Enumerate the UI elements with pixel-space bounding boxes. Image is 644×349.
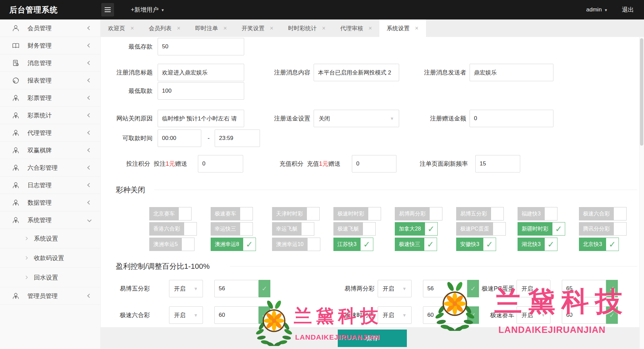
tab-member-list[interactable]: 会员列表× xyxy=(142,19,188,37)
lottery-toggle-jiangsu-k3[interactable]: 江苏快3✓ xyxy=(333,238,373,251)
admin-user-menu[interactable]: admin▼ xyxy=(586,0,608,20)
lottery-toggle-canada-28[interactable]: 加拿大28✓ xyxy=(395,222,438,236)
checkbox[interactable] xyxy=(184,222,197,236)
close-icon[interactable]: × xyxy=(322,25,326,32)
refresh-rate-input[interactable] xyxy=(475,155,520,172)
checkbox[interactable] xyxy=(302,222,314,236)
lottery-toggle-lucky-k3[interactable]: 幸运快三 xyxy=(211,222,253,236)
tab-welcome[interactable]: 欢迎页× xyxy=(101,19,142,37)
recharge-points-input[interactable] xyxy=(352,155,396,172)
site-close-reason-input[interactable] xyxy=(158,110,244,127)
checkbox[interactable] xyxy=(179,207,192,220)
profit-apply-button[interactable]: ✓ xyxy=(606,280,618,297)
reg-msg-title-input[interactable] xyxy=(158,64,244,81)
sidebar-subitem-system-settings[interactable]: 系统设置 xyxy=(0,229,100,248)
lottery-toggle-yibo-2fc[interactable]: 易博两分彩 xyxy=(395,207,442,220)
profit-apply-button[interactable]: ✓ xyxy=(606,306,618,324)
checkbox[interactable]: ✓ xyxy=(606,238,619,251)
logout-button[interactable]: 退出 xyxy=(622,0,634,19)
lottery-toggle-hubei-k3[interactable]: 湖北快3✓ xyxy=(518,238,557,251)
checkbox[interactable] xyxy=(614,207,627,220)
sidebar-item-log-mgmt[interactable]: 日志管理 xyxy=(0,177,100,194)
sidebar-toggle-button[interactable] xyxy=(101,3,114,16)
sidebar-item-lottery-stats[interactable]: 彩票统计 xyxy=(0,107,100,124)
lottery-toggle-hk-lhc[interactable]: 香港六合彩 xyxy=(149,222,197,236)
lottery-toggle-speed-ssc[interactable]: 极速时时彩 xyxy=(333,207,381,220)
sidebar-item-data-mgmt[interactable]: 数据管理 xyxy=(0,194,100,211)
tab-realtime-orders[interactable]: 即时注单× xyxy=(188,19,234,37)
profit-percent-input[interactable] xyxy=(423,306,467,324)
checkbox[interactable] xyxy=(240,207,253,220)
checkbox[interactable] xyxy=(307,207,320,220)
checkbox[interactable] xyxy=(368,207,381,220)
sidebar-item-liuhecai-mgmt[interactable]: 六合彩管理 xyxy=(0,159,100,177)
lottery-toggle-speed-racing[interactable]: 极速赛车 xyxy=(211,207,253,220)
reg-bonus-amount-input[interactable] xyxy=(470,110,553,127)
profit-percent-input[interactable] xyxy=(423,280,467,297)
profit-percent-input[interactable] xyxy=(214,280,259,297)
profit-status-select[interactable]: 开启▼ xyxy=(517,306,550,324)
lottery-toggle-tianjin-ssc[interactable]: 天津时时彩 xyxy=(272,207,320,220)
sidebar-subitem-rebate-settings[interactable]: 回水设置 xyxy=(0,268,100,287)
tab-agent-review[interactable]: 代理审核× xyxy=(333,19,380,37)
checkbox[interactable]: ✓ xyxy=(361,238,373,251)
lottery-toggle-anhui-k3[interactable]: 安徽快3✓ xyxy=(456,238,496,251)
checkbox[interactable] xyxy=(363,222,376,236)
lottery-toggle-fujian-k3[interactable]: 福建快3 xyxy=(518,207,557,220)
profit-status-select[interactable]: 开启▼ xyxy=(169,280,203,297)
checkbox[interactable] xyxy=(430,207,442,220)
sidebar-item-system-mgmt[interactable]: 系统管理 xyxy=(0,211,100,229)
lottery-toggle-speed-lhc[interactable]: 极速六合彩 xyxy=(579,207,627,220)
sidebar-item-admin-mgmt[interactable]: 管理员管理 xyxy=(0,287,100,305)
lottery-toggle-aus-lucky10[interactable]: 澳洲幸运10 xyxy=(272,238,320,251)
reg-msg-sender-input[interactable] xyxy=(470,64,553,81)
profit-status-select[interactable]: 开启▼ xyxy=(378,306,412,324)
sidebar-item-member-mgmt[interactable]: 会员管理 xyxy=(0,19,100,37)
reg-bonus-select[interactable]: 关闭▼ xyxy=(314,110,399,127)
add-user-menu[interactable]: +新增用户▼ xyxy=(131,0,164,20)
withdraw-time-from-input[interactable] xyxy=(158,130,201,147)
close-icon[interactable]: × xyxy=(415,25,419,32)
withdraw-time-to-input[interactable] xyxy=(215,130,260,147)
profit-status-select[interactable]: 开启▼ xyxy=(378,280,412,297)
lottery-toggle-aus-lucky8[interactable]: 澳洲幸运8✓ xyxy=(211,238,256,251)
profit-status-select[interactable]: 开启▼ xyxy=(169,306,203,324)
checkbox[interactable]: ✓ xyxy=(483,238,496,251)
sidebar-item-lottery-mgmt[interactable]: 彩票管理 xyxy=(0,89,100,107)
checkbox[interactable] xyxy=(493,222,506,236)
close-icon[interactable]: × xyxy=(177,25,181,32)
sidebar-subitem-payment-code-settings[interactable]: 收款码设置 xyxy=(0,248,100,268)
checkbox[interactable] xyxy=(182,238,195,251)
min-withdraw-input[interactable] xyxy=(158,82,244,100)
scrollbar-thumb[interactable] xyxy=(640,38,643,146)
checkbox[interactable] xyxy=(614,222,627,236)
sidebar-item-message-mgmt[interactable]: 消息管理 xyxy=(0,54,100,72)
lottery-toggle-speed-k3[interactable]: 极速快三✓ xyxy=(395,238,437,251)
checkbox[interactable] xyxy=(240,222,253,236)
checkbox[interactable]: ✓ xyxy=(425,222,438,236)
lottery-toggle-aus-lucky5[interactable]: 澳洲幸运5 xyxy=(149,238,195,251)
lottery-toggle-yibo-5fc[interactable]: 易博五分彩 xyxy=(456,207,504,220)
profit-percent-input[interactable] xyxy=(562,306,606,324)
checkbox[interactable] xyxy=(545,207,557,220)
scrollbar[interactable] xyxy=(639,37,644,349)
checkbox[interactable] xyxy=(491,207,504,220)
sidebar-item-shuangying-chess[interactable]: 双赢棋牌 xyxy=(0,142,100,159)
profit-percent-input[interactable] xyxy=(214,306,259,324)
profit-status-select[interactable]: 开启▼ xyxy=(517,280,550,297)
checkbox[interactable]: ✓ xyxy=(545,238,557,251)
lottery-toggle-beijing-k3[interactable]: 北京快3✓ xyxy=(579,238,619,251)
lottery-toggle-xinjiang-ssc[interactable]: 新疆时时彩✓ xyxy=(518,222,565,236)
close-icon[interactable]: × xyxy=(130,25,134,32)
lottery-toggle-speed-airship[interactable]: 极速飞艇 xyxy=(333,222,376,236)
close-icon[interactable]: × xyxy=(270,25,274,32)
close-icon[interactable]: × xyxy=(223,25,227,32)
checkbox[interactable]: ✓ xyxy=(243,238,256,251)
sidebar-item-agent-mgmt[interactable]: 代理管理 xyxy=(0,124,100,142)
lottery-toggle-bj-racing[interactable]: 北京赛车 xyxy=(149,207,192,220)
min-deposit-input[interactable] xyxy=(158,38,244,55)
profit-apply-button[interactable]: ✓ xyxy=(259,306,270,324)
bet-points-input[interactable] xyxy=(198,155,243,172)
profit-apply-button[interactable]: ✓ xyxy=(259,280,270,297)
save-button[interactable]: 保存 xyxy=(338,330,407,347)
